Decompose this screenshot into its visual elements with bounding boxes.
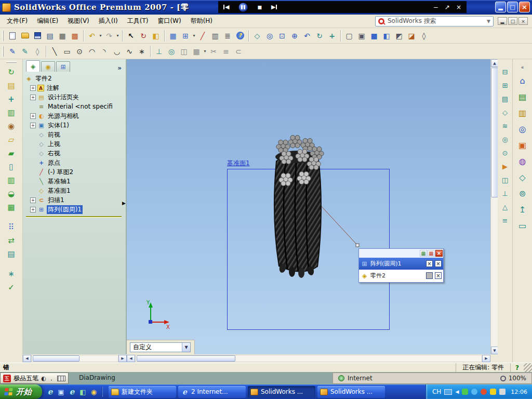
rotate-view-button[interactable]: ↻ bbox=[313, 30, 326, 42]
rib-button[interactable]: ▦ bbox=[4, 201, 19, 214]
view-tool-7[interactable]: ⊙ bbox=[499, 148, 511, 158]
toolbar-grip[interactable] bbox=[2, 31, 4, 41]
view-tool-1[interactable]: ⊟ bbox=[499, 66, 511, 77]
zoom-to-area-button[interactable]: ⊡ bbox=[276, 30, 288, 42]
view-tool-2[interactable]: ⊞ bbox=[499, 80, 511, 91]
chevron-down-icon[interactable]: ▼ bbox=[487, 19, 490, 24]
point-button[interactable]: ∗ bbox=[136, 45, 148, 58]
view-palette-icon[interactable]: ▣ bbox=[516, 139, 529, 151]
list-button[interactable]: ≣ bbox=[221, 30, 234, 42]
scroll-left-icon[interactable]: ◀ bbox=[127, 355, 135, 362]
viewport-horizontal-scrollbar[interactable]: ◀ ▶ bbox=[127, 354, 490, 363]
save-as-button[interactable]: ▤ bbox=[44, 30, 56, 42]
convert-entities-button[interactable]: ⊂ bbox=[232, 45, 245, 58]
scrollbar-thumb[interactable] bbox=[491, 68, 498, 197]
menu-edit[interactable]: 编辑(E) bbox=[32, 15, 63, 28]
fillet-button[interactable]: ▯ bbox=[4, 160, 19, 174]
callout-row-pattern[interactable]: ⊞ 阵列(圆周)1 × × bbox=[359, 258, 443, 270]
keyboard-layout-icon[interactable] bbox=[444, 389, 452, 395]
centerpoint-arc-button[interactable]: ◠ bbox=[86, 45, 98, 58]
tree-item-lights-cameras[interactable]: + ◐ 光源与相机 bbox=[25, 111, 126, 121]
design-library-icon[interactable]: ▤ bbox=[516, 90, 529, 103]
tree-item-circular-pattern1[interactable]: + ⊞ 阵列(圆周)1 bbox=[25, 205, 126, 214]
revolved-boss-button[interactable]: ▤ bbox=[4, 79, 19, 92]
tree-horizontal-scrollbar[interactable]: ◀ ▶ bbox=[23, 354, 127, 363]
show-desktop-icon[interactable]: ▣ bbox=[57, 388, 65, 396]
grid-red-icon[interactable]: ▦ bbox=[428, 250, 435, 257]
rebuild-button[interactable]: ↻ bbox=[137, 30, 150, 42]
tab-property-manager[interactable]: ◉ bbox=[41, 61, 55, 72]
curves-button[interactable]: ∗ bbox=[4, 267, 19, 281]
checkbox[interactable]: × bbox=[426, 260, 433, 267]
scroll-down-icon[interactable]: ▼ bbox=[491, 347, 498, 354]
media-stop-button[interactable]: ■ bbox=[257, 5, 262, 10]
panel-collapse-arrow-icon[interactable]: ▶ bbox=[122, 201, 126, 206]
appearances-icon[interactable]: ◍ bbox=[516, 155, 529, 167]
menu-file[interactable]: 文件(F) bbox=[2, 15, 32, 28]
custom-properties-icon[interactable]: ◇ bbox=[516, 171, 529, 183]
tree-item-origin[interactable]: + 原点 bbox=[25, 158, 126, 167]
graphics-area[interactable]: 基准面1 bbox=[127, 59, 490, 354]
tree-item-sketch2[interactable]: ╱ (-) 草图2 bbox=[25, 167, 126, 177]
tangent-arc-button[interactable]: ◝ bbox=[98, 45, 111, 58]
undo-button[interactable]: ↶ bbox=[86, 30, 98, 42]
mirror-entities-button[interactable]: ◫ bbox=[178, 45, 190, 58]
swept-cut-button[interactable]: ▰ bbox=[4, 147, 19, 160]
scrollbar-thumb[interactable] bbox=[137, 355, 235, 362]
tree-item-axis1[interactable]: ╲ 基准轴1 bbox=[25, 177, 126, 186]
open-button[interactable] bbox=[19, 30, 31, 42]
up-icon[interactable]: ▭ bbox=[516, 219, 529, 232]
shaded-edges-button[interactable]: ◧ bbox=[380, 30, 393, 42]
custom-view-combo[interactable]: 自定义 ▼ bbox=[130, 342, 191, 352]
scroll-left-icon[interactable]: ◀ bbox=[23, 355, 31, 362]
model-canvas[interactable]: Y X bbox=[127, 59, 490, 354]
swept-boss-button[interactable]: + bbox=[4, 92, 19, 106]
extruded-boss-button[interactable]: ↻ bbox=[4, 65, 19, 79]
expand-toggle[interactable]: + bbox=[30, 113, 36, 119]
close-icon[interactable]: × bbox=[435, 250, 443, 257]
wireframe-button[interactable]: ▢ bbox=[343, 30, 355, 42]
view-tool-5[interactable]: ≋ bbox=[499, 121, 511, 131]
scroll-up-icon[interactable]: ▲ bbox=[491, 59, 498, 67]
checkbox[interactable]: × bbox=[435, 272, 442, 279]
tree-item-annotations[interactable]: + A 注解 bbox=[25, 83, 126, 92]
expand-toggle[interactable]: + bbox=[30, 123, 36, 128]
sketch-edit-button[interactable]: ╱ bbox=[196, 30, 209, 42]
media-pause-button[interactable] bbox=[238, 3, 248, 12]
search-icon[interactable]: ◎ bbox=[516, 123, 529, 135]
internet-explorer-icon[interactable]: e bbox=[68, 388, 76, 396]
tray-icon-4[interactable] bbox=[490, 389, 496, 395]
view-orientation-button[interactable]: ◇ bbox=[251, 30, 263, 42]
toolbar-grip[interactable] bbox=[6, 61, 17, 63]
toolbar-grip[interactable] bbox=[2, 46, 4, 57]
tab-configuration-manager[interactable]: ⊞ bbox=[56, 61, 70, 72]
media-previous-button[interactable]: ◀ bbox=[223, 4, 229, 10]
save-button[interactable] bbox=[31, 30, 44, 42]
mirror-button[interactable]: ⇄ bbox=[4, 234, 19, 247]
trim-entities-button[interactable]: ✂ bbox=[207, 45, 220, 58]
task-button-folder[interactable]: 新建文件夹 bbox=[109, 386, 176, 398]
undo-dropdown[interactable]: ▾ bbox=[98, 33, 103, 38]
lofted-boss-button[interactable]: ▥ bbox=[4, 106, 19, 119]
edit-color-button[interactable]: ◧ bbox=[150, 30, 162, 42]
reference-geometry-button[interactable]: ▤ bbox=[4, 247, 19, 261]
quick-launch-icon[interactable]: ◉ bbox=[89, 388, 98, 396]
new-button[interactable] bbox=[6, 30, 19, 42]
revolved-cut-button[interactable]: ▱ bbox=[4, 133, 19, 147]
tree-item-top-plane[interactable]: ◇ 上视 bbox=[25, 139, 126, 149]
doc-minimize-button[interactable]: ▂ bbox=[498, 17, 507, 25]
grid-green-icon[interactable]: ▦ bbox=[420, 250, 427, 257]
solidworks-resources-icon[interactable]: ⌂ bbox=[516, 74, 529, 87]
insert-object-button[interactable]: ⊞ bbox=[179, 30, 192, 42]
tray-icon-5[interactable] bbox=[499, 389, 506, 395]
zoom-in-out-button[interactable]: ⊕ bbox=[288, 30, 301, 42]
punctuation-toggle-icon[interactable]: ， bbox=[49, 375, 55, 382]
menu-view[interactable]: 视图(V) bbox=[63, 15, 94, 28]
task-button-internet[interactable]: e 2 Internet... bbox=[178, 386, 246, 398]
task-button-solidworks[interactable]: SolidWorks ... bbox=[317, 386, 385, 398]
color-swatches-button[interactable]: ▩ bbox=[69, 30, 81, 42]
tree-item-material[interactable]: ≡ Material <not specifi bbox=[25, 102, 126, 111]
scene-icon[interactable]: ↥ bbox=[516, 203, 529, 216]
help-icon[interactable]: ? bbox=[510, 363, 524, 372]
grid-button[interactable]: ▦ bbox=[167, 30, 179, 42]
